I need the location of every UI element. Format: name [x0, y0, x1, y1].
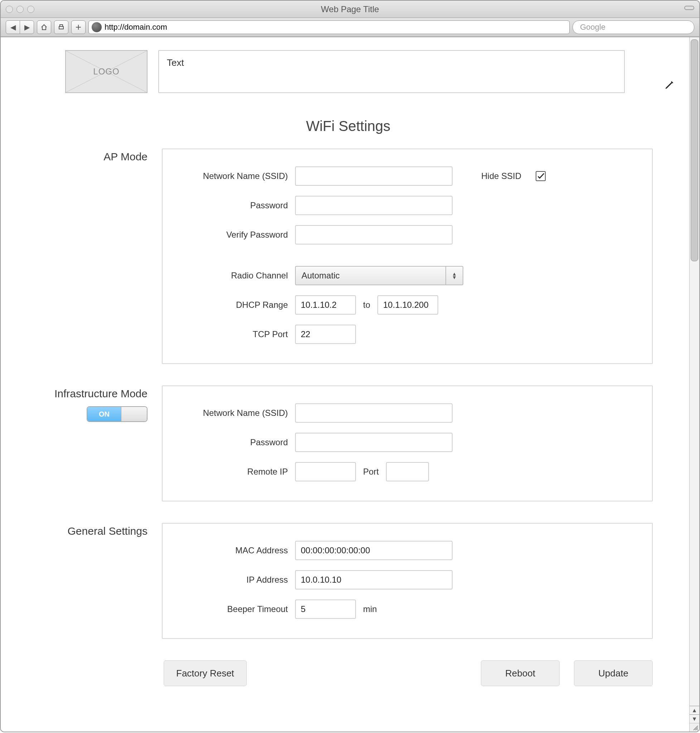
vertical-scrollbar[interactable]: ▲ ▼ [689, 37, 699, 723]
header-text-box: Text [158, 50, 625, 93]
section-label-general: General Settings [22, 523, 147, 639]
update-button[interactable]: Update [574, 660, 653, 686]
window-pill-icon [684, 6, 694, 10]
input-infra-ssid[interactable] [295, 403, 453, 423]
print-button[interactable] [54, 21, 68, 34]
input-tcp-port[interactable] [295, 325, 356, 344]
toggle-knob [121, 407, 147, 421]
label-hide-ssid: Hide SSID [481, 171, 521, 181]
window-titlebar: Web Page Title [1, 1, 699, 18]
select-radio-channel[interactable]: Automatic ▲▼ [295, 266, 463, 285]
input-dhcp-to[interactable] [377, 295, 438, 314]
input-ip[interactable] [295, 570, 453, 589]
input-beeper[interactable] [295, 599, 356, 619]
label-infra-password: Password [184, 437, 288, 447]
input-password[interactable] [295, 196, 453, 215]
url-bar[interactable] [88, 21, 570, 34]
browser-window: Web Page Title ◀ ▶ + LOGO Text [0, 0, 700, 732]
label-to: to [363, 300, 370, 310]
add-tab-button[interactable]: + [71, 21, 85, 34]
section-infra-mode: Infrastructure Mode ON Network Name (SSI… [22, 385, 674, 501]
label-dhcp-range: DHCP Range [184, 300, 288, 310]
svg-line-4 [697, 729, 698, 730]
section-ap-mode: AP Mode Network Name (SSID) Hide SSID Pa… [22, 148, 674, 364]
url-input[interactable] [104, 22, 568, 32]
toggle-on-label: ON [87, 407, 121, 421]
select-radio-channel-value: Automatic [301, 270, 340, 281]
resize-handle-icon[interactable] [689, 723, 699, 732]
section-general: General Settings MAC Address IP Address … [22, 523, 674, 639]
input-infra-password[interactable] [295, 433, 453, 452]
label-remote-ip: Remote IP [184, 467, 288, 477]
reboot-button[interactable]: Reboot [481, 660, 560, 686]
page-viewport: LOGO Text WiFi Settings AP Mode Network … [1, 37, 699, 732]
back-button[interactable]: ◀ [6, 21, 20, 34]
input-remote-port[interactable] [386, 462, 429, 481]
scroll-down-icon[interactable]: ▼ [690, 715, 699, 723]
label-password: Password [184, 200, 288, 210]
logo-placeholder: LOGO [65, 50, 147, 93]
label-beeper: Beeper Timeout [184, 604, 288, 614]
search-bar[interactable] [572, 21, 694, 34]
header-text: Text [167, 57, 184, 68]
input-dhcp-from[interactable] [295, 295, 356, 314]
edit-icon[interactable] [664, 80, 674, 90]
label-verify-password: Verify Password [184, 230, 288, 240]
input-remote-ip[interactable] [295, 462, 356, 481]
input-mac[interactable] [295, 541, 453, 560]
input-verify-password[interactable] [295, 225, 453, 244]
label-port: Port [363, 467, 379, 477]
label-infra-ssid: Network Name (SSID) [184, 408, 288, 418]
section-label-infra: Infrastructure Mode [54, 388, 147, 400]
input-ssid[interactable] [295, 166, 453, 186]
label-tcp-port: TCP Port [184, 329, 288, 339]
page-title: WiFi Settings [22, 118, 674, 134]
search-input[interactable] [579, 22, 687, 32]
svg-rect-1 [60, 25, 63, 26]
globe-icon [92, 22, 102, 32]
checkbox-hide-ssid[interactable] [536, 171, 546, 181]
factory-reset-button[interactable]: Factory Reset [164, 660, 247, 686]
label-beeper-unit: min [363, 604, 377, 614]
label-radio-channel: Radio Channel [184, 270, 288, 281]
action-buttons: Factory Reset Reboot Update [164, 660, 653, 686]
forward-button[interactable]: ▶ [20, 21, 34, 34]
chevron-updown-icon: ▲▼ [446, 267, 463, 285]
home-button[interactable] [37, 21, 51, 34]
scroll-up-icon[interactable]: ▲ [690, 706, 699, 715]
svg-rect-0 [59, 26, 63, 29]
label-mac: MAC Address [184, 545, 288, 555]
toggle-infra-mode[interactable]: ON [87, 406, 147, 422]
logo-text: LOGO [93, 66, 119, 76]
label-ssid: Network Name (SSID) [184, 171, 288, 181]
window-title: Web Page Title [1, 4, 699, 14]
section-label-ap: AP Mode [22, 148, 147, 364]
browser-toolbar: ◀ ▶ + [1, 18, 699, 37]
scrollbar-thumb[interactable] [691, 40, 698, 261]
label-ip: IP Address [184, 575, 288, 585]
